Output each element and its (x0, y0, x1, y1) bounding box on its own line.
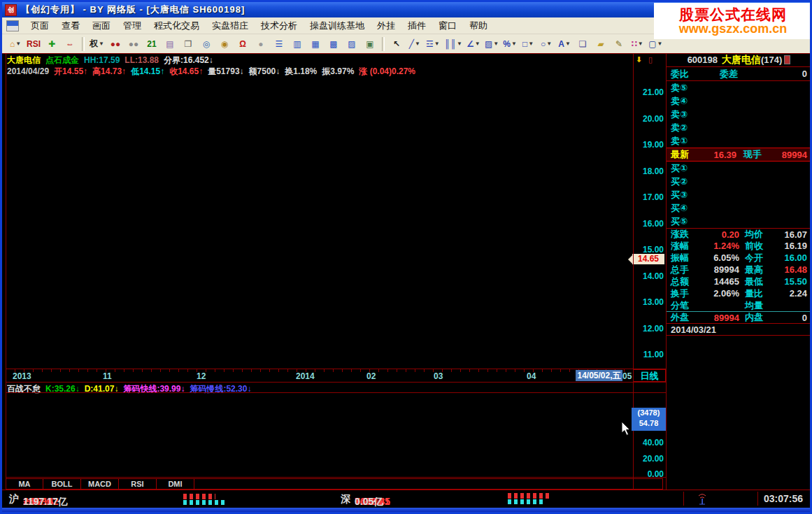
scroll-down-icon[interactable]: ⬇ (636, 55, 642, 64)
mouse-icon-glyph: ● (258, 39, 263, 49)
dropdown-caret-icon[interactable]: ▼ (638, 41, 643, 47)
main-candlestick-chart[interactable] (6, 77, 633, 369)
nav-home-icon[interactable]: ⌂▼ (7, 36, 24, 52)
palette-dots-icon[interactable]: ∷▼ (629, 36, 646, 52)
stat-value: 15.50 (773, 276, 807, 287)
app-logo-icon[interactable]: 创 (5, 4, 17, 16)
period-selector[interactable]: 日线 (633, 369, 666, 382)
menu-item-7[interactable]: 操盘训练基地 (304, 19, 371, 32)
stat-label: 今开 (745, 252, 773, 264)
books-icon[interactable]: ▤ (162, 36, 178, 52)
sz-label: 深 (341, 493, 350, 506)
percent-tool-icon[interactable]: %▼ (501, 36, 518, 52)
segment-tool-icon[interactable]: ☲▼ (425, 36, 441, 52)
price-axis-label: 12.00 (633, 324, 664, 334)
dropdown-caret-icon[interactable]: ▼ (434, 41, 440, 47)
indicator-chart[interactable] (6, 393, 631, 477)
move-icon[interactable]: ✚ (43, 36, 60, 52)
pointer-icon[interactable]: ↖ (388, 36, 405, 52)
watermark-url[interactable]: www.gszx.com.cn (679, 22, 787, 36)
chart-bar-icon[interactable]: ▨ (343, 36, 360, 52)
stat-label: 涨跌 (671, 228, 699, 241)
hlines-icon[interactable]: ☰ (271, 36, 287, 52)
channel-tool-icon[interactable]: ▨▼ (483, 36, 500, 52)
toolbar-separator (82, 37, 85, 51)
alarm-bell-icon[interactable]: Ω (234, 36, 251, 52)
image-icon[interactable]: ▣ (362, 36, 378, 52)
menu-item-2[interactable]: 画面 (86, 19, 117, 32)
header2-field-4: 收14.65↑ (169, 66, 203, 76)
menu-item-1[interactable]: 查看 (55, 19, 86, 32)
watermark-ad[interactable]: 股票公式在线网 www.gszx.com.cn (654, 3, 812, 39)
scrollbar-icon[interactable] (784, 55, 790, 64)
rect-tool-icon[interactable]: □▼ (520, 36, 536, 52)
stat-label: 内盘 (745, 311, 773, 324)
stretch-icon[interactable]: ⇔ (62, 36, 78, 52)
magnifier-icon[interactable]: ◎ (198, 36, 215, 52)
header1-field-3: LL:13.88 (124, 55, 159, 65)
split-view-icon-glyph: ▥ (293, 39, 301, 49)
globe-coin-icon[interactable]: ◉ (216, 36, 233, 52)
menu-item-11[interactable]: 帮助 (463, 19, 494, 32)
indicator-axis-label: 40.00 (633, 438, 664, 448)
quote-date-row: 2014/03/21 (667, 323, 810, 336)
menu-item-4[interactable]: 程式化交易 (148, 19, 206, 32)
menu-item-5[interactable]: 实盘猎庄 (206, 19, 255, 32)
eraser-icon[interactable]: ▰ (592, 36, 609, 52)
mouse-icon[interactable]: ● (252, 36, 269, 52)
move-icon-glyph: ✚ (48, 39, 55, 49)
indicator-tab-macd[interactable]: MACD (81, 478, 119, 490)
indicator-tab-ma[interactable]: MA (6, 478, 43, 490)
dropdown-caret-icon[interactable]: ▼ (565, 41, 571, 47)
vlines-tool-icon[interactable]: ║║▼ (443, 36, 464, 52)
panel-toggle-icon[interactable]: ▯ (648, 55, 653, 64)
stat-label: 均量 (745, 299, 773, 312)
quan-restore-icon[interactable]: 权▼ (88, 36, 106, 52)
stat-value: 16.07 (773, 229, 807, 240)
traffic-light-icon[interactable]: ●● (107, 36, 124, 52)
menu-item-6[interactable]: 技术分析 (255, 19, 304, 32)
menu-item-9[interactable]: 插件 (401, 19, 432, 32)
dropdown-caret-icon[interactable]: ▼ (493, 41, 499, 47)
indicator-tab-boll[interactable]: BOLL (43, 478, 81, 490)
menu-item-10[interactable]: 窗口 (432, 19, 463, 32)
split-view-icon[interactable]: ▥ (289, 36, 306, 52)
menu-item-0[interactable]: 页面 (24, 19, 55, 32)
dropdown-caret-icon[interactable]: ▼ (528, 41, 534, 47)
line-tool-icon[interactable]: ╱▼ (406, 36, 423, 52)
menu-item-8[interactable]: 外挂 (371, 19, 401, 32)
calendar-21-icon[interactable]: 21 (143, 36, 160, 52)
fan-tool-icon[interactable]: ∠▼ (465, 36, 482, 52)
text-tool-icon[interactable]: A▼ (556, 36, 573, 52)
dropdown-caret-icon[interactable]: ▼ (415, 41, 420, 47)
dropdown-caret-icon[interactable]: ▼ (99, 41, 104, 47)
date-axis-label: 12 (197, 371, 206, 381)
weicha-value: 0 (738, 69, 807, 79)
lock-pen-icon[interactable]: ✎ (611, 36, 627, 52)
dropdown-caret-icon[interactable]: ▼ (475, 41, 480, 47)
traffic-light-off-icon[interactable]: ●● (125, 36, 142, 52)
sell-queue-row: 卖① (667, 134, 810, 148)
copy-icon[interactable]: ❏ (574, 36, 591, 52)
header2-field-1: 开14.55↑ (54, 66, 87, 76)
window-title: 【创幻专用】 - BY 网络版 - [大唐电信 SH600198] (21, 3, 245, 16)
indicator-tab-rsi[interactable]: RSI (119, 478, 157, 490)
rsi-icon[interactable]: RSI (25, 36, 42, 52)
menu-item-3[interactable]: 管理 (117, 19, 148, 32)
dropdown-caret-icon[interactable]: ▼ (657, 41, 662, 47)
indicator-tab-dmi[interactable]: DMI (157, 478, 194, 490)
indicator-tab-row: MABOLLMACDRSIDMI (6, 478, 663, 490)
dropdown-caret-icon[interactable]: ▼ (511, 41, 517, 47)
open-book-icon[interactable]: ❐ (180, 36, 197, 52)
ellipse-tool-icon[interactable]: ○▼ (538, 36, 555, 52)
sell-level-label: 卖② (671, 122, 688, 134)
date-axis-label: 2013 (13, 371, 31, 381)
rect-tool-icon-glyph: □ (522, 39, 527, 49)
stat-label: 分笔 (671, 299, 699, 312)
chart-candle-icon[interactable]: ▩ (325, 36, 342, 52)
dropdown-caret-icon[interactable]: ▼ (457, 41, 462, 47)
dropdown-caret-icon[interactable]: ▼ (546, 41, 552, 47)
chart-grid-icon[interactable]: ▦ (307, 36, 324, 52)
dropdown-caret-icon[interactable]: ▼ (15, 41, 21, 47)
traffic-light-off-icon-glyph: ●● (129, 39, 139, 49)
